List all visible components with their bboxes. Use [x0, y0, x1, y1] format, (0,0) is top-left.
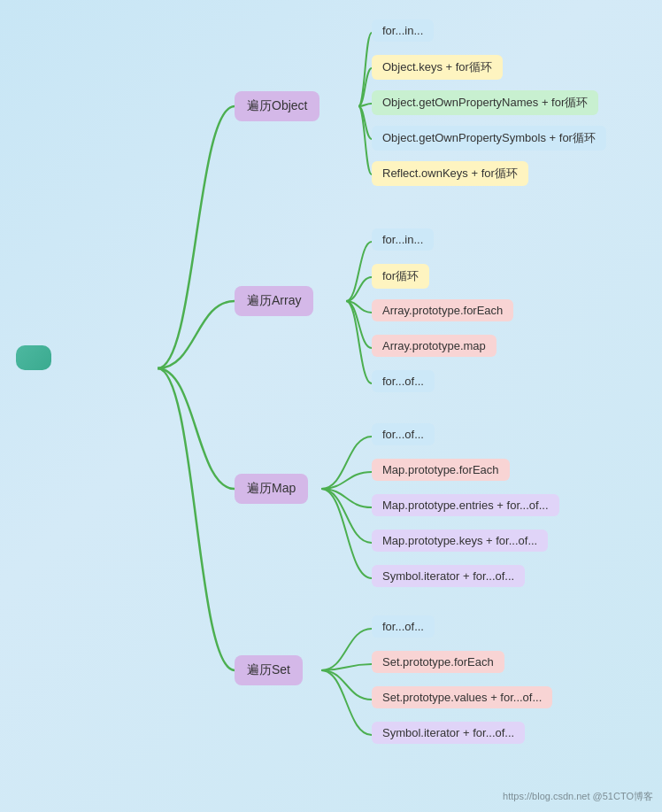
leaf-node: Symbol.iterator + for...of... — [372, 722, 525, 744]
root-node — [16, 345, 51, 370]
branch-node-array: 遍历Array — [235, 286, 313, 316]
leaf-node: Map.prototype.keys + for...of... — [372, 530, 548, 552]
branch-node-map: 遍历Map — [235, 474, 308, 504]
leaf-node: Map.prototype.forEach — [372, 459, 510, 481]
leaf-node: Object.getOwnPropertySymbols + for循环 — [372, 126, 606, 151]
leaf-node: Map.prototype.entries + for...of... — [372, 494, 559, 516]
leaf-node: for...of... — [372, 370, 435, 392]
leaf-node: Set.prototype.forEach — [372, 651, 504, 673]
leaf-node: Array.prototype.forEach — [372, 299, 513, 321]
branch-node-set: 遍历Set — [235, 655, 303, 685]
leaf-node: Object.getOwnPropertyNames + for循环 — [372, 90, 598, 115]
leaf-node: Array.prototype.map — [372, 335, 496, 357]
leaf-node: Object.keys + for循环 — [372, 55, 503, 80]
leaf-node: for...of... — [372, 423, 435, 445]
leaf-node: for...in... — [372, 19, 434, 42]
leaf-node: for循环 — [372, 264, 429, 289]
branch-node-object: 遍历Object — [235, 91, 319, 121]
leaf-node: for...of... — [372, 615, 435, 638]
leaf-node: for...in... — [372, 228, 434, 251]
leaf-node: Reflect.ownKeys + for循环 — [372, 161, 528, 186]
leaf-node: Set.prototype.values + for...of... — [372, 686, 552, 708]
leaf-node: Symbol.iterator + for...of... — [372, 565, 525, 587]
